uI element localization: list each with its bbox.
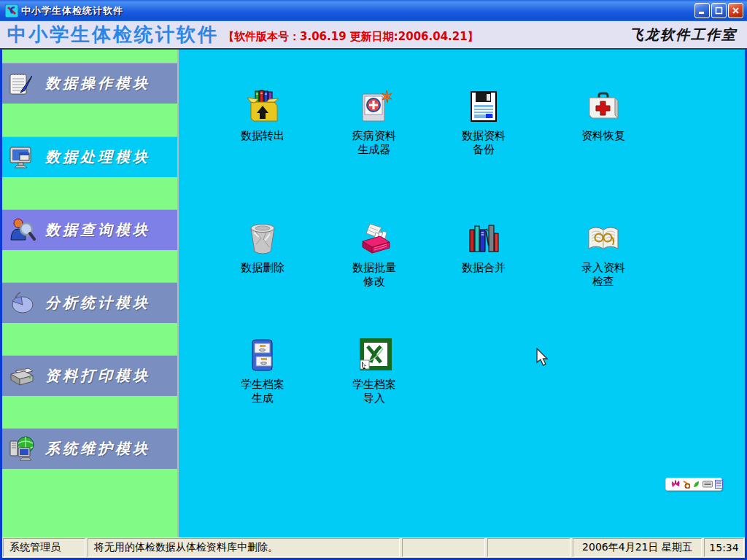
person-magnifier-icon [8, 217, 36, 244]
computer-globe-icon [8, 435, 36, 463]
shortcut-data-restore[interactable]: 资料恢复 [556, 89, 651, 143]
shortcut-data-merge[interactable]: 数据合并 [436, 221, 531, 275]
shortcut-label: 导入 [327, 392, 422, 405]
menu-icon[interactable] [715, 480, 723, 489]
shortcut-label: 修改 [327, 275, 422, 289]
pinyin-icon[interactable] [682, 481, 690, 489]
notepad-pen-icon [8, 70, 36, 98]
minimize-button[interactable] [694, 3, 710, 18]
app-window: 中小学生体检统计软件 中小学生体检统计软件 【软件版本号：3.06.19 更新日… [0, 0, 747, 560]
shortcut-label: 学生档案 [215, 378, 310, 392]
shortcut-batch-modify[interactable]: 数据批量修改 [327, 221, 422, 289]
shortcut-label: 资料恢复 [556, 129, 651, 143]
first-aid-restore-icon [586, 89, 621, 124]
sidebar-gap [2, 104, 177, 136]
sidebar-item-analysis-statistics[interactable]: 分析统计模块 [2, 282, 177, 323]
sidebar-gap [2, 323, 177, 355]
trash-delete-icon [245, 221, 280, 256]
statusbar-message: 将无用的体检数据从体检资料库中删除。 [88, 538, 400, 557]
shortcut-label: 学生档案 [327, 378, 422, 392]
shortcut-label: 数据批量 [327, 261, 422, 275]
shortcut-data-export[interactable]: 数据转出 [215, 89, 310, 143]
maximize-button[interactable] [711, 3, 727, 18]
close-button[interactable] [728, 3, 743, 18]
sidebar-gap [2, 250, 177, 282]
butterfly-icon[interactable] [671, 480, 680, 489]
sidebar-item-data-query[interactable]: 数据查询模块 [2, 209, 177, 250]
shortcut-label: 数据合并 [436, 261, 531, 275]
statusbar-user: 系统管理员 [3, 538, 85, 557]
statusbar-cell-empty [402, 538, 485, 557]
sidebar-item-data-processing[interactable]: 数据处理模块 [2, 136, 177, 177]
sidebar: 数据操作模块 数据处理模块 [2, 50, 179, 537]
keyboard-icon[interactable] [703, 481, 713, 488]
books-merge-icon [466, 221, 501, 256]
sidebar-item-print[interactable]: 资料打印模块 [2, 355, 177, 396]
pie-chart-icon [8, 289, 36, 317]
shortcut-archive-generate[interactable]: 学生档案生成 [215, 338, 310, 405]
sidebar-item-label: 分析统计模块 [45, 293, 150, 313]
sidebar-item-data-operation[interactable]: 数据操作模块 [2, 63, 177, 104]
sidebar-item-label: 系统维护模块 [45, 439, 150, 459]
sidebar-gap [2, 396, 177, 428]
sidebar-spacer [2, 50, 177, 63]
shortcut-label: 数据转出 [215, 129, 310, 143]
shortcut-label: 疾病资料 [327, 129, 422, 143]
floppy-backup-icon [466, 89, 501, 124]
export-box-icon [245, 89, 280, 124]
leaf-icon[interactable] [692, 481, 700, 489]
monitor-icon [8, 144, 36, 171]
card-box-icon [357, 221, 392, 256]
statusbar: 系统管理员 将无用的体检数据从体检资料库中删除。 2006年4月21日 星期五 … [2, 537, 745, 558]
sidebar-gap [2, 177, 177, 209]
header: 中小学生体检统计软件 【软件版本号：3.06.19 更新日期:2006.04.2… [0, 21, 747, 50]
sidebar-item-label: 资料打印模块 [45, 366, 150, 386]
shortcut-label: 录入资料 [556, 261, 651, 275]
sidebar-item-label: 数据查询模块 [45, 220, 150, 240]
shortcut-label: 备份 [436, 143, 531, 157]
version-info: 【软件版本号：3.06.19 更新日期:2006.04.21】 [223, 30, 479, 44]
statusbar-cell-empty [487, 538, 570, 557]
file-cabinet-icon [245, 338, 280, 373]
window-title: 中小学生体检统计软件 [21, 4, 694, 18]
shortcut-disease-generator[interactable]: 疾病资料生成器 [327, 89, 422, 157]
shortcut-archive-import[interactable]: 学生档案导入 [327, 338, 422, 405]
sidebar-item-system-maintenance[interactable]: 系统维护模块 [2, 428, 177, 469]
shortcut-input-check[interactable]: 录入资料检查 [556, 221, 651, 289]
ime-toolbar[interactable] [665, 478, 722, 491]
shortcut-data-delete[interactable]: 数据删除 [215, 221, 310, 275]
sidebar-filler [2, 469, 177, 537]
sidebar-item-label: 数据处理模块 [45, 147, 150, 167]
statusbar-date: 2006年4月21日 星期五 [573, 538, 702, 557]
excel-import-icon [357, 338, 392, 373]
shortcut-label: 数据删除 [215, 261, 310, 275]
shortcut-label: 数据资料 [436, 129, 531, 143]
shortcut-data-backup[interactable]: 数据资料备份 [436, 89, 531, 157]
shortcut-label: 生成 [215, 392, 310, 405]
app-logo-icon [5, 4, 18, 18]
disease-generator-icon [357, 89, 392, 124]
main-area: 数据转出 疾病资料生成器 [179, 50, 745, 537]
book-glasses-icon [586, 221, 621, 256]
printer-icon [8, 362, 36, 390]
studio-name: 飞龙软件工作室 [630, 26, 740, 44]
statusbar-time: 15:34 [704, 538, 744, 557]
page-title: 中小学生体检统计软件 [7, 22, 219, 47]
shortcut-label: 检查 [556, 275, 651, 289]
sidebar-item-label: 数据操作模块 [45, 74, 150, 93]
titlebar: 中小学生体检统计软件 [0, 0, 747, 21]
shortcut-label: 生成器 [327, 143, 422, 157]
